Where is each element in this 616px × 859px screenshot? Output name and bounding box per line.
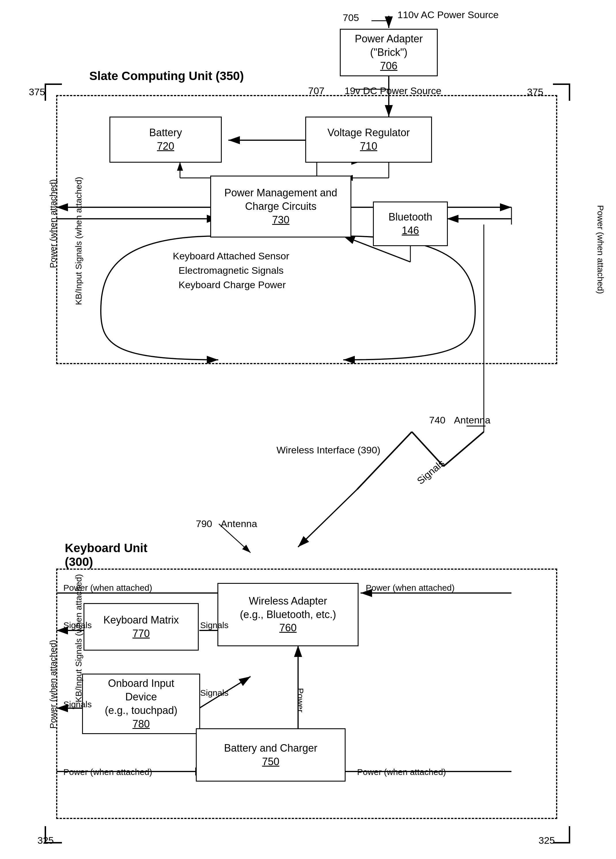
ref-740: 740 Antenna	[429, 414, 491, 426]
battery-charger-label: Battery and Charger750	[224, 742, 317, 768]
corner-tl-375	[45, 83, 62, 101]
signals-km-right: Signals	[200, 620, 228, 630]
bluetooth-box: Bluetooth146	[373, 201, 448, 246]
voltage-regulator-label: Voltage Regulator710	[327, 126, 410, 153]
corner-br	[553, 826, 570, 843]
ac-power-label: 110v AC Power Source	[397, 9, 499, 20]
power-mgmt-box: Power Management andCharge Circuits730	[210, 176, 351, 237]
power-adapter-label: Power Adapter("Brick")706	[355, 32, 423, 73]
corner-bl	[45, 826, 62, 843]
slate-title: Slate Computing Unit (350)	[89, 69, 244, 83]
onboard-input-box: Onboard InputDevice(e.g., touchpad)780	[82, 674, 200, 734]
onboard-input-label: Onboard InputDevice(e.g., touchpad)780	[105, 677, 177, 731]
battery-720-label: Battery720	[149, 126, 182, 153]
signals-oid-right: Signals	[200, 688, 228, 698]
ref-325-br: 325	[539, 835, 555, 846]
kb-sensor-label: Keyboard Attached Sensor	[173, 250, 289, 262]
svg-line-25	[298, 489, 357, 547]
em-signals-label: Electromagnetic Signals	[178, 265, 284, 276]
corner-tr-375	[553, 83, 570, 101]
battery-720-box: Battery720	[109, 117, 222, 162]
ref-375-tl: 375	[29, 86, 45, 98]
wireless-interface-label: Wireless Interface (390)	[277, 443, 380, 457]
ref-705: 705	[343, 12, 359, 23]
wireless-adapter-label: Wireless Adapter(e.g., Bluetooth, etc.)7…	[240, 595, 336, 635]
power-mgmt-label: Power Management andCharge Circuits730	[224, 186, 337, 226]
kb-input-signals-left: KB/Input Signals (when attached)	[74, 177, 83, 305]
wireless-adapter-box: Wireless Adapter(e.g., Bluetooth, etc.)7…	[217, 583, 358, 646]
power-left-slate: Power (when attached)	[48, 180, 58, 268]
power-vertical-label: Power	[295, 688, 305, 712]
power-when-attached-kb-top-right: Power (when attached)	[366, 583, 455, 593]
svg-line-22	[444, 432, 484, 466]
keyboard-matrix-label: Keyboard Matrix770	[103, 614, 179, 640]
signals-bolt-label: Signals	[415, 458, 447, 487]
keyboard-matrix-box: Keyboard Matrix770	[83, 603, 199, 651]
power-left-kb: Power (when attached)	[48, 640, 58, 729]
kb-signals-left-kb: KB/Input Signals (when attached)	[74, 574, 83, 702]
power-adapter-box: Power Adapter("Brick")706	[340, 29, 438, 76]
power-when-attached-batt-left: Power (when attached)	[63, 767, 152, 777]
keyboard-unit-title: Keyboard Unit(300)	[65, 541, 147, 569]
bluetooth-label: Bluetooth146	[388, 211, 432, 237]
kb-charge-label: Keyboard Charge Power	[178, 279, 286, 290]
voltage-regulator-box: Voltage Regulator710	[305, 117, 432, 162]
diagram-container: Slate Computing Unit (350) 375 375 110v …	[0, 0, 616, 859]
power-when-attached-batt-right: Power (when attached)	[357, 767, 446, 777]
ref-790: 790 Antenna	[196, 518, 257, 529]
battery-charger-box: Battery and Charger750	[196, 728, 346, 782]
svg-line-24	[357, 432, 412, 489]
power-right-slate: Power (when attached)	[596, 205, 605, 219]
